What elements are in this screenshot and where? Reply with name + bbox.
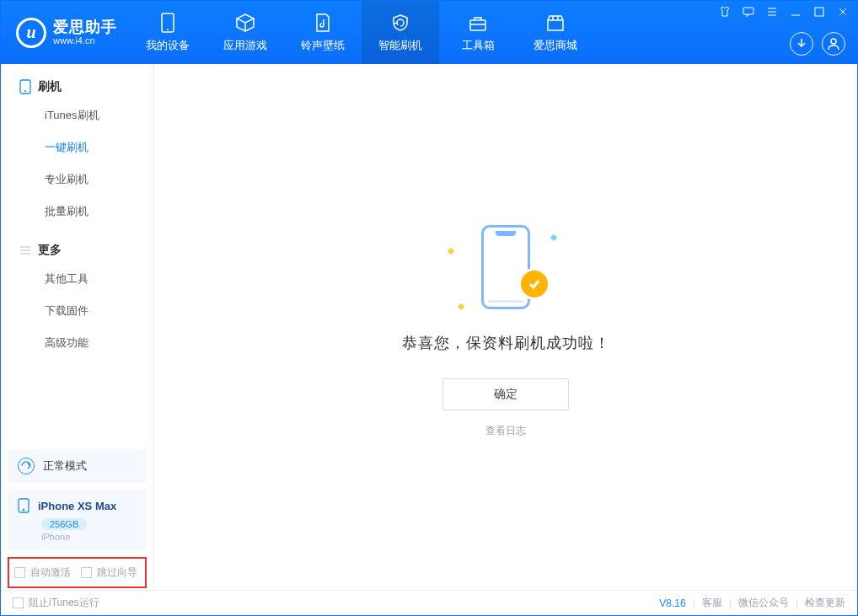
window-controls — [717, 4, 850, 19]
svg-point-7 — [24, 90, 26, 92]
view-log-link[interactable]: 查看日志 — [485, 424, 526, 438]
device-card[interactable]: iPhone XS Max 256GB iPhone — [8, 490, 147, 550]
sidebar-item-other-tools[interactable]: 其他工具 — [1, 263, 153, 295]
minimize-button[interactable] — [788, 4, 803, 19]
device-icon — [19, 79, 31, 94]
ok-button[interactable]: 确定 — [442, 378, 569, 410]
support-link[interactable]: 客服 — [702, 596, 722, 610]
sidebar-group-more: 更多 — [1, 243, 153, 263]
check-update-link[interactable]: 检查更新 — [805, 596, 845, 610]
sidebar-item-oneclick-flash[interactable]: 一键刷机 — [1, 131, 153, 163]
list-icon — [19, 244, 31, 256]
svg-point-9 — [23, 509, 24, 511]
sidebar: 刷机 iTunes刷机 一键刷机 专业刷机 批量刷机 更多 其他工具 下载固件 … — [1, 64, 154, 590]
flash-options-highlighted: 自动激活 跳过向导 — [8, 557, 147, 588]
nav-flash[interactable]: 智能刷机 — [362, 1, 439, 64]
device-type: iPhone — [41, 532, 137, 542]
nav-toolbox[interactable]: 工具箱 — [439, 1, 517, 64]
mode-card[interactable]: 正常模式 — [8, 449, 147, 483]
sidebar-item-itunes-flash[interactable]: iTunes刷机 — [1, 99, 153, 131]
sidebar-item-pro-flash[interactable]: 专业刷机 — [1, 163, 153, 196]
cube-icon — [235, 13, 255, 33]
checkmark-badge-icon — [521, 271, 548, 297]
store-icon — [545, 13, 566, 33]
menu-icon[interactable] — [764, 4, 780, 19]
app-logo: u 爱思助手 www.i4.cn — [1, 1, 129, 64]
svg-rect-3 — [743, 8, 753, 14]
toolbox-icon — [468, 13, 488, 33]
nav-my-device[interactable]: 我的设备 — [129, 1, 206, 64]
tshirt-icon[interactable] — [717, 4, 732, 19]
status-bar: 阻止iTunes运行 V8.16 | 客服 | 微信公众号 | 检查更新 — [1, 590, 857, 615]
music-file-icon — [313, 13, 333, 33]
sidebar-item-download-firmware[interactable]: 下载固件 — [1, 295, 153, 327]
title-bar: u 爱思助手 www.i4.cn 我的设备 应用游戏 铃声壁纸 智能刷机 工具箱 — [1, 1, 857, 64]
header-actions — [790, 32, 845, 56]
nav-store[interactable]: 爱思商城 — [517, 1, 594, 64]
success-message: 恭喜您，保资料刷机成功啦！ — [402, 333, 610, 353]
sidebar-item-batch-flash[interactable]: 批量刷机 — [1, 196, 153, 228]
nav-apps-games[interactable]: 应用游戏 — [206, 1, 284, 64]
checkbox-skip-wizard[interactable]: 跳过向导 — [81, 565, 137, 580]
svg-point-5 — [831, 39, 836, 44]
version-label: V8.16 — [659, 597, 685, 609]
phone-outline-icon — [18, 498, 29, 513]
device-capacity: 256GB — [41, 518, 87, 530]
wechat-link[interactable]: 微信公众号 — [738, 596, 789, 610]
success-illustration — [447, 217, 565, 318]
logo-icon: u — [16, 18, 46, 48]
account-button[interactable] — [822, 32, 845, 56]
device-name: iPhone XS Max — [38, 500, 116, 512]
phone-icon — [158, 13, 178, 33]
refresh-shield-icon — [390, 13, 410, 33]
feedback-icon[interactable] — [741, 4, 756, 19]
app-name: 爱思助手 — [53, 19, 117, 35]
app-url: www.i4.cn — [53, 36, 117, 46]
mode-icon — [18, 458, 35, 474]
checkbox-block-itunes[interactable]: 阻止iTunes运行 — [13, 596, 99, 610]
close-button[interactable] — [835, 4, 850, 19]
nav-ringtones[interactable]: 铃声壁纸 — [284, 1, 362, 64]
sidebar-item-advanced[interactable]: 高级功能 — [1, 327, 153, 359]
svg-rect-2 — [470, 20, 485, 30]
downloads-button[interactable] — [790, 32, 813, 56]
svg-rect-4 — [815, 8, 823, 16]
phone-graphic-icon — [481, 225, 530, 309]
sidebar-group-flash: 刷机 — [1, 79, 153, 99]
checkbox-auto-activate[interactable]: 自动激活 — [14, 565, 71, 580]
maximize-button[interactable] — [812, 4, 827, 19]
svg-point-1 — [167, 29, 169, 30]
top-nav: 我的设备 应用游戏 铃声壁纸 智能刷机 工具箱 爱思商城 — [129, 1, 594, 64]
main-content: 恭喜您，保资料刷机成功啦！ 确定 查看日志 — [154, 64, 857, 590]
